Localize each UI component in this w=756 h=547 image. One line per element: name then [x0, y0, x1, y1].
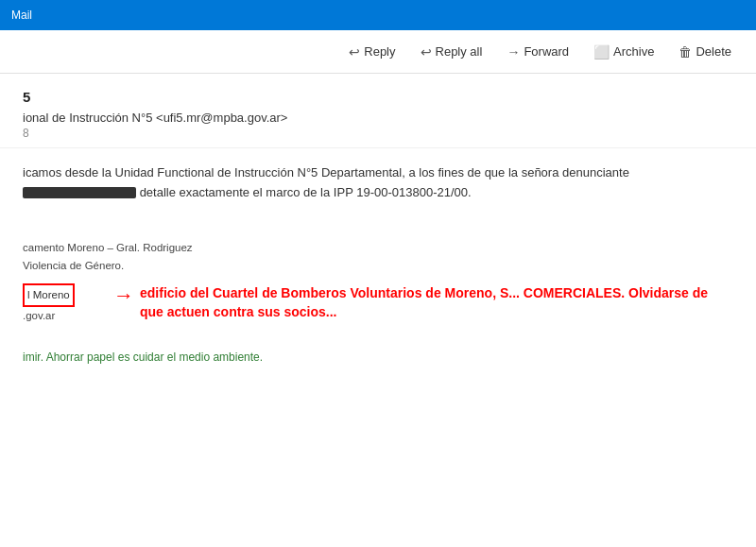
toolbar: ↩ Reply ↩ Reply all → Forward ⬜ Archive …: [0, 30, 756, 74]
annotation-section: camento Moreno – Gral. Rodriguez Violenc…: [0, 230, 756, 341]
annotation-left: l Moreno .gov.ar: [23, 283, 108, 326]
sig-line-2: Violencia de Género.: [23, 257, 733, 276]
annotation-right: → edificio del Cuartel de Bomberos Volun…: [108, 283, 733, 322]
footer-text-content: imir. Ahorrar papel es cuidar el medio a…: [23, 350, 263, 364]
reply-icon: ↩: [349, 44, 360, 60]
reply-button[interactable]: ↩ Reply: [339, 39, 404, 65]
archive-label: Archive: [613, 44, 654, 59]
forward-button[interactable]: → Forward: [497, 39, 578, 65]
app-title: Mail: [11, 9, 32, 22]
reply-all-button[interactable]: ↩ Reply all: [411, 39, 492, 65]
annotation-text: edificio del Cuartel de Bomberos Volunta…: [140, 283, 733, 322]
delete-label: Delete: [696, 44, 731, 59]
reply-all-icon: ↩: [421, 44, 432, 60]
sig-line-1: camento Moreno – Gral. Rodriguez: [23, 239, 733, 258]
delete-button[interactable]: 🗑 Delete: [669, 39, 741, 65]
body-paragraph: icamos desde la Unidad Functional de Ins…: [23, 163, 733, 203]
forward-icon: →: [507, 44, 520, 60]
body-end-text: detalle exactamente el marco de la IPP 1…: [140, 185, 472, 199]
email-subject: 5: [23, 89, 733, 105]
forward-label: Forward: [524, 44, 569, 59]
email-from: ional de Instrucción N°5 <ufi5.mr@mpba.g…: [23, 111, 733, 125]
reply-all-label: Reply all: [436, 44, 483, 59]
email-date: 8: [23, 127, 733, 140]
annotation-arrow-icon: →: [113, 283, 134, 308]
redacted-name: [23, 187, 136, 198]
email-footer: imir. Ahorrar papel es cuidar el medio a…: [0, 341, 756, 373]
body-intro-text: icamos desde la Unidad Functional de Ins…: [23, 165, 629, 179]
annotation-row: l Moreno .gov.ar → edificio del Cuartel …: [23, 283, 733, 326]
email-area: 5 ional de Instrucción N°5 <ufi5.mr@mpba…: [0, 74, 756, 547]
reply-label: Reply: [364, 44, 395, 59]
email-header: 5 ional de Instrucción N°5 <ufi5.mr@mpba…: [0, 74, 756, 148]
archive-button[interactable]: ⬜ Archive: [584, 39, 663, 65]
email-body: icamos desde la Unidad Functional de Ins…: [0, 148, 756, 230]
sender-info: camento Moreno – Gral. Rodriguez Violenc…: [23, 239, 733, 276]
sig-line-4: .gov.ar: [23, 307, 108, 326]
delete-icon: 🗑: [679, 44, 692, 60]
archive-icon: ⬜: [593, 44, 610, 60]
highlighted-text: l Moreno: [23, 283, 75, 308]
title-bar: Mail: [0, 0, 756, 30]
